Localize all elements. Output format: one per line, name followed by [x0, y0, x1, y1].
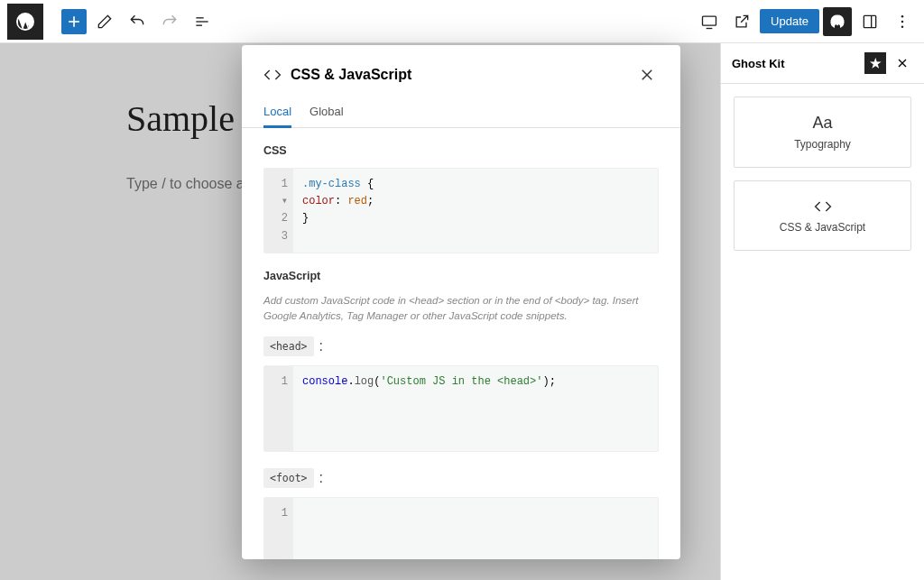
css-js-label: CSS & JavaScript: [742, 221, 903, 234]
tab-local[interactable]: Local: [263, 97, 291, 128]
more-options-button[interactable]: [888, 7, 917, 36]
edit-mode-button[interactable]: [90, 7, 119, 36]
head-tag-label: <head> :: [263, 336, 659, 356]
head-js-editor[interactable]: 1 console.log('Custom JS in the <head>')…: [263, 365, 659, 452]
code-icon: [742, 198, 903, 216]
foot-tag-label: <foot> :: [263, 468, 659, 488]
foot-tag-chip: <foot>: [263, 468, 314, 488]
svg-rect-7: [864, 15, 875, 27]
css-gutter: 1 ▾23: [264, 169, 293, 253]
svg-rect-5: [703, 16, 716, 25]
modal-tabs: Local Global: [242, 87, 680, 128]
css-section-label: CSS: [263, 144, 659, 157]
add-block-button[interactable]: [61, 9, 87, 34]
foot-js-gutter: 1: [264, 498, 293, 559]
typography-icon: Aa: [742, 114, 903, 133]
css-js-modal: CSS & JavaScript Local Global CSS 1 ▾23 …: [242, 45, 680, 559]
preview-desktop-button[interactable]: [695, 7, 724, 36]
svg-point-10: [901, 20, 904, 23]
typography-label: Typography: [742, 138, 903, 151]
sidebar-header: Ghost Kit ★: [721, 43, 924, 84]
css-code-lines[interactable]: .my-class { color: red;}: [293, 169, 658, 253]
modal-title: CSS & JavaScript: [291, 67, 411, 83]
header-left-tools: [7, 4, 217, 40]
modal-body: CSS 1 ▾23 .my-class { color: red;} JavaS…: [242, 128, 680, 559]
update-button[interactable]: Update: [760, 9, 819, 33]
typography-card[interactable]: Aa Typography: [734, 97, 911, 168]
css-js-card[interactable]: CSS & JavaScript: [734, 180, 911, 251]
foot-js-code-lines[interactable]: [293, 498, 658, 559]
settings-panel-toggle[interactable]: [855, 7, 884, 36]
tab-global[interactable]: Global: [310, 97, 344, 127]
foot-js-editor[interactable]: 1: [263, 497, 659, 559]
undo-button[interactable]: [123, 7, 152, 36]
redo-button[interactable]: [155, 7, 184, 36]
head-js-gutter: 1: [264, 366, 293, 451]
external-preview-button[interactable]: [727, 7, 756, 36]
svg-point-9: [901, 14, 904, 17]
head-js-code-lines[interactable]: console.log('Custom JS in the <head>');: [293, 366, 658, 451]
svg-point-11: [901, 25, 904, 28]
js-help-text: Add custom JavaScript code in <head> sec…: [263, 293, 659, 325]
sidebar-close-button[interactable]: [892, 52, 913, 74]
js-section-label: JavaScript: [263, 270, 659, 282]
ghostkit-toggle-button[interactable]: [823, 7, 852, 36]
sidebar-title: Ghost Kit: [732, 57, 785, 70]
editor-header: Update: [0, 0, 924, 43]
document-overview-button[interactable]: [188, 7, 217, 36]
sidebar-panel: Ghost Kit ★ Aa Typography CSS & JavaScri…: [720, 43, 924, 580]
star-icon[interactable]: ★: [864, 52, 886, 74]
modal-header: CSS & JavaScript: [242, 45, 680, 87]
css-editor[interactable]: 1 ▾23 .my-class { color: red;}: [263, 168, 659, 253]
header-right-tools: Update: [695, 7, 917, 36]
code-icon: [263, 66, 282, 84]
wordpress-logo[interactable]: [7, 4, 43, 40]
modal-close-button[interactable]: [635, 63, 659, 87]
head-tag-chip: <head>: [263, 336, 314, 356]
